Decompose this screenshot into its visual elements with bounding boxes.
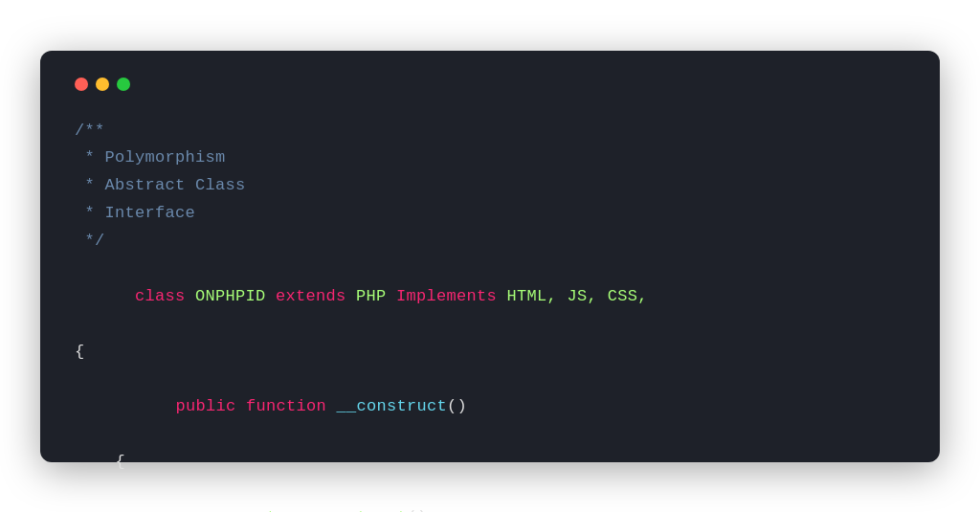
fn-parens: (): [447, 397, 467, 415]
parent-class: PHP: [356, 287, 396, 305]
function-name: __construct: [337, 397, 448, 415]
parent-parens: ();: [408, 508, 438, 512]
window-controls: [75, 78, 905, 91]
comment-abstract-class: * Abstract Class: [75, 172, 905, 200]
interfaces: HTML, JS, CSS,: [507, 287, 648, 305]
keyword-extends: extends: [276, 287, 356, 305]
parent-keyword: parent::: [216, 508, 297, 512]
maximize-button-icon[interactable]: [117, 78, 130, 91]
fn-brace-open: {: [75, 449, 905, 477]
class-name: ONPHPID: [195, 287, 276, 305]
class-brace-open: {: [75, 339, 905, 367]
keyword-function: function: [246, 397, 337, 415]
code-window: /** * Polymorphism * Abstract Class * In…: [40, 51, 940, 462]
function-declaration: public function __construct(): [75, 367, 905, 450]
class-declaration: class ONPHPID extends PHP Implements HTM…: [75, 256, 905, 339]
parent-method: __construct: [297, 508, 408, 512]
comment-close: */: [75, 228, 905, 256]
parent-call: parent::__construct();: [75, 477, 905, 512]
close-button-icon[interactable]: [75, 78, 88, 91]
minimize-button-icon[interactable]: [96, 78, 109, 91]
comment-interface: * Interface: [75, 200, 905, 228]
keyword-implements: Implements: [396, 287, 507, 305]
comment-polymorphism: * Polymorphism: [75, 145, 905, 172]
code-block: /** * Polymorphism * Abstract Class * In…: [75, 118, 905, 513]
keyword-public: public: [176, 397, 247, 415]
comment-open: /**: [75, 118, 905, 145]
keyword-class: class: [135, 287, 195, 305]
